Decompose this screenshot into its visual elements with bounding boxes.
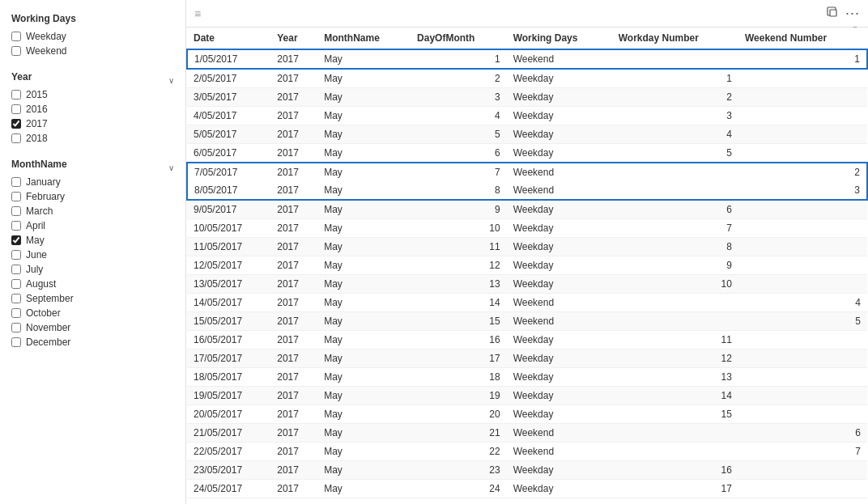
checkbox-july[interactable]: [11, 265, 21, 274]
total-row: Total: [187, 498, 867, 505]
checkbox-label-march: March: [26, 205, 53, 217]
checkbox-label-february: February: [26, 191, 65, 202]
checkbox-label-june: June: [26, 249, 47, 260]
main-content: ≡ ··· Date Year MonthName DayOfMonth Wor…: [186, 0, 868, 504]
filter-section-year: Year ∨ 2015201620172018: [11, 71, 174, 144]
checkbox-label-2017: 2017: [26, 118, 48, 129]
table-row: 2/05/20172017May2Weekday1: [187, 69, 867, 88]
checkbox-item-february[interactable]: February: [11, 191, 174, 202]
col-header-workdaynumber: Workday Number: [612, 28, 738, 49]
table-row: 1/05/20172017May1Weekend1: [187, 49, 867, 69]
table-row: 12/05/20172017May12Weekday9: [187, 256, 867, 275]
filter-title-monthname: MonthName: [11, 159, 67, 170]
checkbox-weekday[interactable]: [11, 32, 21, 41]
checkbox-january[interactable]: [11, 177, 21, 187]
checkbox-april[interactable]: [11, 221, 21, 231]
table-row: 10/05/20172017May10Weekday7: [187, 219, 867, 238]
filter-title-monthname-row[interactable]: MonthName ∨: [11, 159, 174, 176]
checkbox-item-weekend[interactable]: Weekend: [11, 45, 174, 57]
top-bar: ≡ ···: [186, 0, 868, 28]
checkbox-item-december[interactable]: December: [11, 337, 174, 348]
table-header-row: Date Year MonthName DayOfMonth Working D…: [187, 28, 867, 49]
chevron-down-icon-month: ∨: [168, 163, 174, 172]
checkbox-label-january: January: [26, 176, 61, 188]
chevron-down-icon: ∨: [168, 76, 174, 85]
export-icon[interactable]: [826, 6, 839, 21]
checkbox-label-2018: 2018: [26, 133, 48, 144]
table-row: 18/05/20172017May18Weekday13: [187, 368, 867, 387]
table-row: 4/05/20172017May4Weekday3: [187, 107, 867, 125]
table-row: 6/05/20172017May6Weekday5: [187, 144, 867, 163]
filter-title-year: Year: [11, 71, 32, 83]
filter-title-year-row[interactable]: Year ∨: [11, 71, 174, 89]
filter-title-working-days: Working Days: [11, 13, 174, 24]
sidebar: Working Days WeekdayWeekend Year ∨ 20152…: [0, 0, 186, 504]
table-row: 7/05/20172017May7Weekend2: [187, 163, 867, 181]
checkbox-2017[interactable]: [11, 119, 21, 129]
checkbox-march[interactable]: [11, 206, 21, 216]
checkbox-item-november[interactable]: November: [11, 322, 174, 333]
col-header-workingdays: Working Days: [507, 28, 612, 49]
checkbox-item-weekday[interactable]: Weekday: [11, 31, 174, 42]
svg-rect-1: [830, 10, 836, 16]
checkbox-item-january[interactable]: January: [11, 176, 174, 188]
checkbox-october[interactable]: [11, 308, 21, 318]
checkbox-label-weekday: Weekday: [26, 31, 66, 42]
checkbox-item-2016[interactable]: 2016: [11, 104, 174, 115]
more-options-icon[interactable]: ···: [845, 5, 860, 22]
checkbox-label-october: October: [26, 307, 61, 319]
checkbox-label-july: July: [26, 264, 43, 275]
checkbox-item-june[interactable]: June: [11, 249, 174, 260]
checkbox-label-august: August: [26, 278, 56, 290]
checkbox-item-october[interactable]: October: [11, 307, 174, 319]
checkbox-label-2016: 2016: [26, 104, 48, 115]
checkbox-december[interactable]: [11, 337, 21, 347]
table-row: 19/05/20172017May19Weekday14: [187, 387, 867, 405]
col-header-weekendnumber: Weekend Number: [738, 28, 867, 49]
checkbox-item-august[interactable]: August: [11, 278, 174, 290]
checkbox-label-2015: 2015: [26, 89, 48, 100]
drag-handle-icon: ≡: [194, 7, 202, 20]
checkbox-2015[interactable]: [11, 90, 21, 100]
col-header-date: Date: [187, 28, 270, 49]
table-row: 21/05/20172017May21Weekend6: [187, 424, 867, 443]
checkbox-august[interactable]: [11, 279, 21, 289]
checkbox-item-july[interactable]: July: [11, 264, 174, 275]
table-row: 5/05/20172017May5Weekday4: [187, 125, 867, 144]
top-bar-actions: ···: [826, 5, 860, 22]
checkbox-february[interactable]: [11, 192, 21, 201]
checkbox-may[interactable]: [11, 235, 21, 245]
checkbox-2018[interactable]: [11, 133, 21, 143]
checkbox-item-2015[interactable]: 2015: [11, 89, 174, 100]
checkbox-weekend[interactable]: [11, 46, 21, 56]
table-row: 20/05/20172017May20Weekday15: [187, 405, 867, 424]
checkbox-september[interactable]: [11, 294, 21, 303]
checkbox-2016[interactable]: [11, 104, 21, 114]
table-row: 13/05/20172017May13Weekday10: [187, 275, 867, 294]
table-row: 22/05/20172017May22Weekend7: [187, 443, 867, 461]
table-row: 9/05/20172017May9Weekday6: [187, 200, 867, 219]
checkbox-label-december: December: [26, 337, 70, 348]
data-table-container[interactable]: Date Year MonthName DayOfMonth Working D…: [186, 28, 868, 504]
checkbox-item-may[interactable]: May: [11, 235, 174, 246]
table-row: 24/05/20172017May24Weekday17: [187, 480, 867, 498]
checkbox-item-september[interactable]: September: [11, 293, 174, 304]
total-label: Total: [187, 498, 270, 505]
checkbox-item-2017[interactable]: 2017: [11, 118, 174, 129]
table-row: 23/05/20172017May23Weekday16: [187, 461, 867, 480]
col-header-monthname: MonthName: [317, 28, 411, 49]
col-header-year: Year: [270, 28, 317, 49]
col-header-dayofmonth: DayOfMonth: [411, 28, 507, 49]
table-row: 3/05/20172017May3Weekday2: [187, 88, 867, 107]
checkbox-november[interactable]: [11, 323, 21, 332]
table-row: 8/05/20172017May8Weekend3: [187, 181, 867, 200]
filter-section-working-days: Working Days WeekdayWeekend: [11, 13, 174, 57]
data-table: Date Year MonthName DayOfMonth Working D…: [186, 28, 868, 504]
checkbox-item-march[interactable]: March: [11, 205, 174, 217]
checkbox-item-april[interactable]: April: [11, 220, 174, 231]
checkbox-june[interactable]: [11, 250, 21, 260]
checkbox-label-april: April: [26, 220, 45, 231]
checkbox-item-2018[interactable]: 2018: [11, 133, 174, 144]
table-row: 15/05/20172017May15Weekend5: [187, 312, 867, 331]
checkbox-label-may: May: [26, 235, 45, 246]
